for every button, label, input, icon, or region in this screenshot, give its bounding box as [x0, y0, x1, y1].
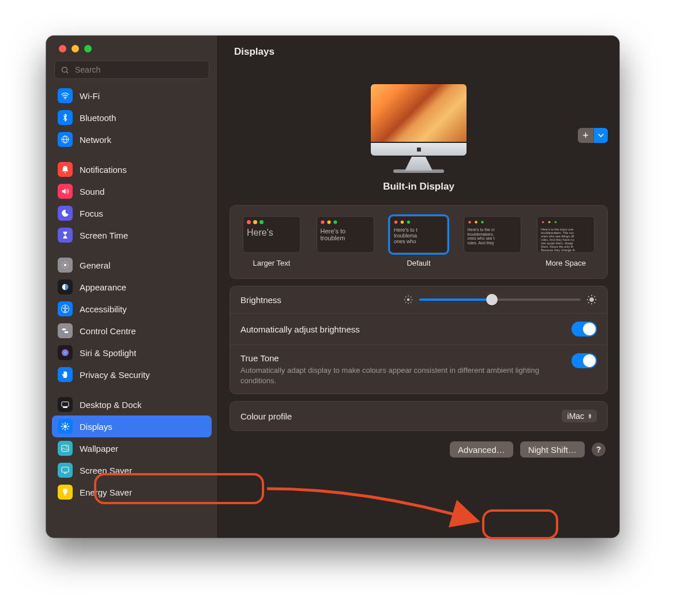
- svg-rect-14: [63, 407, 67, 408]
- siri-icon: [58, 345, 73, 360]
- colour-profile-panel: Colour profile iMac ▲▼: [230, 401, 608, 431]
- svg-line-44: [595, 303, 596, 304]
- svg-rect-28: [65, 495, 66, 496]
- resolution-option-0[interactable]: Here'sLarger Text: [240, 216, 303, 268]
- plus-icon[interactable]: +: [578, 128, 594, 143]
- content-pane: Displays Built-in Display +: [218, 36, 619, 538]
- search-field[interactable]: [54, 61, 209, 79]
- dock-icon: [58, 397, 73, 412]
- sidebar-item-wallpaper[interactable]: Wallpaper: [52, 437, 212, 459]
- true-tone-toggle[interactable]: [571, 353, 597, 368]
- svg-point-0: [62, 67, 67, 72]
- sidebar-item-bluetooth[interactable]: Bluetooth: [52, 107, 212, 129]
- minimize-icon[interactable]: [72, 45, 79, 52]
- svg-rect-26: [62, 467, 69, 473]
- svg-line-23: [67, 424, 67, 424]
- display-image: [370, 83, 468, 173]
- sidebar-item-accessibility[interactable]: Accessibility: [52, 298, 212, 320]
- resolution-option-4[interactable]: Here's to the crazy onetroublemakers. Th…: [535, 216, 597, 268]
- accessibility-icon: [58, 301, 73, 316]
- svg-point-2: [65, 98, 66, 99]
- screensaver-icon: [58, 463, 73, 478]
- sidebar-item-focus[interactable]: Focus: [52, 202, 212, 224]
- sidebar-item-label: Notifications: [80, 165, 127, 175]
- speaker-icon: [58, 184, 73, 199]
- resolution-caption: More Space: [546, 259, 586, 268]
- bell-icon: [58, 162, 73, 177]
- svg-line-35: [411, 302, 412, 303]
- wifi-icon: [58, 88, 73, 103]
- sidebar-item-energysaver[interactable]: Energy Saver: [52, 481, 212, 503]
- sidebar-item-label: Wi-Fi: [80, 91, 100, 101]
- sidebar-item-desktopdock[interactable]: Desktop & Dock: [52, 394, 212, 415]
- close-icon[interactable]: [59, 45, 66, 52]
- sidebar-item-siri[interactable]: Siri & Spotlight: [52, 342, 212, 364]
- sidebar-item-label: Screen Time: [80, 230, 128, 240]
- true-tone-sub: Automatically adapt display to make colo…: [240, 365, 540, 386]
- svg-rect-11: [65, 331, 69, 333]
- svg-point-12: [62, 349, 69, 356]
- zoom-icon[interactable]: [84, 45, 92, 52]
- auto-brightness-label: Automatically adjust brightness: [240, 324, 360, 334]
- resolution-option-2[interactable]: Here's to ttroublemaones whoDefault: [388, 216, 450, 268]
- resolution-caption: Default: [407, 259, 430, 268]
- night-shift-button[interactable]: Night Shift…: [520, 441, 585, 458]
- svg-line-1: [66, 71, 68, 73]
- moon-icon: [58, 206, 73, 221]
- titlebar: Displays: [218, 36, 619, 68]
- sidebar-item-label: Sound: [80, 187, 104, 196]
- sun-small-icon: [403, 294, 413, 305]
- resolution-panel: Here'sLarger TextHere's totroublemHere's…: [230, 205, 608, 279]
- svg-point-15: [63, 425, 66, 428]
- display-name-label: Built-in Display: [383, 181, 454, 192]
- svg-line-36: [405, 302, 407, 303]
- colour-profile-select[interactable]: iMac ▲▼: [562, 410, 597, 422]
- advanced-button[interactable]: Advanced…: [450, 441, 513, 458]
- svg-rect-27: [64, 473, 66, 474]
- svg-line-46: [595, 296, 596, 297]
- sidebar-item-label: Energy Saver: [80, 487, 132, 497]
- sidebar-item-sound[interactable]: Sound: [52, 180, 212, 202]
- sidebar-item-controlcentre[interactable]: Control Centre: [52, 320, 212, 342]
- chevron-down-icon[interactable]: [594, 128, 608, 143]
- sidebar: Wi-FiBluetoothNetworkNotificationsSoundF…: [46, 36, 218, 538]
- sidebar-item-label: Siri & Spotlight: [80, 348, 136, 358]
- gear-icon: [58, 258, 73, 273]
- help-button[interactable]: ?: [592, 443, 606, 456]
- appearance-icon: [58, 279, 73, 294]
- bulb-icon: [58, 485, 73, 500]
- resolution-option-3[interactable]: Here's to the crtroublemakers.ones who s…: [461, 216, 524, 268]
- sidebar-item-appearance[interactable]: Appearance: [52, 276, 212, 298]
- sidebar-item-label: Displays: [80, 422, 112, 432]
- sidebar-item-wifi[interactable]: Wi-Fi: [52, 85, 212, 107]
- sidebar-item-screensaver[interactable]: Screen Saver: [52, 459, 212, 481]
- sidebar-nav: Wi-FiBluetoothNetworkNotificationsSoundF…: [46, 85, 217, 538]
- svg-point-29: [407, 298, 410, 301]
- brightness-panel: Brightness Automatically adjust brightne…: [230, 286, 608, 394]
- sidebar-item-label: General: [80, 260, 110, 270]
- sidebar-item-screentime[interactable]: Screen Time: [52, 224, 212, 246]
- sidebar-item-label: Screen Saver: [80, 466, 132, 475]
- sidebar-item-network[interactable]: Network: [52, 129, 212, 150]
- svg-rect-13: [62, 402, 69, 406]
- sidebar-item-privacy[interactable]: Privacy & Security: [52, 364, 212, 386]
- auto-brightness-toggle[interactable]: [571, 322, 597, 337]
- page-title: Displays: [234, 46, 274, 58]
- brightness-slider[interactable]: [403, 294, 597, 305]
- display-hero: Built-in Display +: [230, 68, 608, 205]
- bluetooth-icon: [58, 110, 73, 125]
- search-input[interactable]: [74, 65, 203, 75]
- add-display-control[interactable]: +: [578, 128, 608, 143]
- sidebar-item-general[interactable]: General: [52, 254, 212, 276]
- sun-icon: [58, 419, 73, 434]
- resolution-option-1[interactable]: Here's totroublem: [314, 216, 377, 268]
- window-controls: [46, 36, 217, 52]
- sidebar-item-label: Focus: [80, 209, 103, 218]
- hourglass-icon: [58, 228, 73, 243]
- footer-buttons: Advanced… Night Shift… ?: [230, 441, 608, 458]
- sidebar-item-displays[interactable]: Displays: [52, 415, 212, 437]
- sidebar-item-notifications[interactable]: Notifications: [52, 158, 212, 180]
- svg-point-6: [64, 264, 66, 266]
- svg-line-45: [588, 303, 589, 304]
- svg-point-38: [589, 297, 594, 302]
